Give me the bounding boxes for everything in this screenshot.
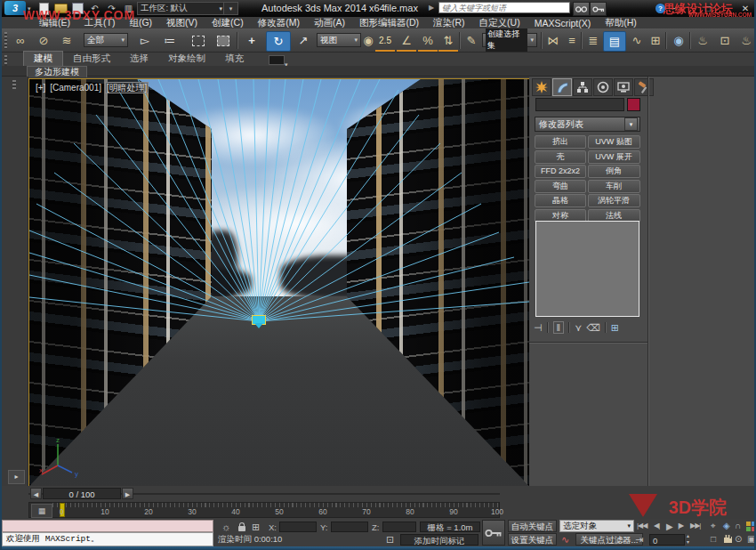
track-bar[interactable]: ▦ 0102030405060708090100 xyxy=(28,502,500,518)
spinner-down-icon[interactable]: ▾ xyxy=(687,539,689,545)
previous-frame-button[interactable]: ◀| xyxy=(654,522,659,530)
camera-viewport[interactable]: [+] [Camera001] [明暗处理] z x y xyxy=(28,78,530,487)
motion-tab[interactable] xyxy=(593,78,613,96)
object-color-swatch[interactable] xyxy=(627,98,640,111)
modifier-button[interactable]: UVW 贴图 xyxy=(588,135,640,149)
show-end-result-icon[interactable]: ‖ xyxy=(553,321,565,334)
zoom-extents-all-icon[interactable]: ◈ xyxy=(723,521,730,530)
search-button[interactable] xyxy=(573,2,590,16)
modifier-button[interactable]: 倒角 xyxy=(588,165,640,178)
utilities-tab[interactable] xyxy=(634,78,654,96)
set-key-button[interactable]: 设置关键点 xyxy=(508,533,557,546)
field-of-view-icon[interactable]: ∩ xyxy=(735,521,741,530)
add-time-tag[interactable]: 添加时间标记 xyxy=(400,534,479,546)
rendered-frame-window-icon[interactable]: ⊡ xyxy=(715,31,735,50)
save-file-button[interactable] xyxy=(71,3,84,14)
set-keys-button[interactable] xyxy=(482,520,505,546)
ribbon-tab[interactable]: 自由形式 xyxy=(63,52,120,66)
modifier-stack-list[interactable] xyxy=(535,221,639,317)
maxscript-mini-listener-macro[interactable] xyxy=(2,520,213,532)
spinner-snap-toggle-icon[interactable]: ⇅ xyxy=(438,31,458,52)
modifier-list-dropdown[interactable]: 修改器列表 ▾ xyxy=(535,117,640,132)
edit-named-selection-sets-icon[interactable]: ✎ xyxy=(462,31,481,50)
menu-item[interactable]: 图形编辑器(D) xyxy=(352,17,426,29)
modifier-button[interactable]: 晶格 xyxy=(535,194,586,207)
menu-item[interactable]: 动画(A) xyxy=(307,17,352,29)
next-frame-arrow[interactable]: ▶ xyxy=(122,488,133,499)
workspace-selector[interactable]: 工作区: 默认 ▾ xyxy=(137,2,226,15)
percent-snap-toggle-icon[interactable]: % xyxy=(418,31,438,52)
viewport-menu-shading[interactable]: [明暗处理] xyxy=(105,82,149,93)
object-name-field[interactable] xyxy=(535,98,624,111)
maximize-toggle-icon[interactable]: ▣ xyxy=(747,534,755,544)
modifier-button[interactable]: 挤出 xyxy=(535,135,586,149)
time-tag-icon[interactable]: ⊡ xyxy=(386,534,394,546)
current-frame-field[interactable]: 0 xyxy=(649,534,685,546)
workspace-flyout-button[interactable]: ▾ xyxy=(223,2,238,15)
create-tab[interactable] xyxy=(532,78,551,96)
polygon-modeling-subtab[interactable]: 多边形建模 xyxy=(27,66,87,77)
absolute-mode-icon[interactable]: ⊞ xyxy=(252,522,260,533)
go-to-end-button[interactable]: ▶▶| xyxy=(690,522,700,530)
viewport-menu-pov[interactable]: [Camera001] xyxy=(49,83,102,93)
z-coordinate-field[interactable] xyxy=(382,522,416,532)
render-production-icon[interactable]: ♨ xyxy=(736,31,756,50)
ribbon-tab[interactable]: 选择 xyxy=(120,52,158,66)
select-object-icon[interactable]: ▻ xyxy=(135,31,155,50)
set-project-folder-button[interactable]: ▥ xyxy=(122,3,135,14)
layout-bar-grip[interactable] xyxy=(12,80,16,89)
menu-item[interactable]: 渲染(R) xyxy=(426,17,472,29)
modifier-button[interactable]: 壳 xyxy=(535,150,586,164)
select-and-scale-icon[interactable]: ↗ xyxy=(294,31,313,50)
new-scene-button[interactable] xyxy=(37,3,51,14)
key-selection-set-dropdown[interactable]: 选定对象 ▾ xyxy=(559,520,634,532)
close-button[interactable]: ✕ xyxy=(735,3,756,14)
key-filters-button[interactable]: 关键点过滤器... xyxy=(575,533,643,546)
bind-to-space-warp-icon[interactable]: ≋ xyxy=(57,31,76,50)
y-coordinate-field[interactable] xyxy=(331,522,368,532)
configure-modifier-sets-icon[interactable]: ⊞ xyxy=(611,322,619,334)
modifier-button[interactable]: FFD 2x2x2 xyxy=(535,165,586,178)
application-menu-arrow-icon[interactable]: ▾ xyxy=(28,5,31,12)
select-and-rotate-icon[interactable]: ↻ xyxy=(266,31,291,52)
zoom-extents-icon[interactable]: ⌖ xyxy=(711,521,716,531)
schematic-view-icon[interactable]: ⊞ xyxy=(646,31,665,50)
time-slider-value[interactable]: 0 / 100 xyxy=(43,488,121,499)
redo-button[interactable]: ↷ xyxy=(105,3,118,14)
open-file-button[interactable] xyxy=(54,3,68,14)
modify-tab[interactable] xyxy=(552,78,572,96)
layout-tab-flyout-button[interactable]: ▸ xyxy=(8,470,25,484)
ribbon-tab[interactable]: 对象绘制 xyxy=(158,52,215,66)
hierarchy-tab[interactable] xyxy=(573,78,592,96)
ribbon-tab[interactable]: 填充 xyxy=(215,52,253,66)
menu-item[interactable]: 工具(T) xyxy=(77,17,122,29)
pan-hand-icon[interactable] xyxy=(722,533,732,546)
maximize-button[interactable]: □ xyxy=(697,3,719,14)
ribbon-tab[interactable]: 建模 xyxy=(23,51,63,66)
previous-frame-arrow[interactable]: ◀ xyxy=(30,488,42,499)
named-selection-sets-dropdown[interactable]: 创建选择集▾ xyxy=(482,33,537,47)
frame-spinner[interactable]: ▴ ▾ xyxy=(687,533,689,546)
menu-item[interactable]: 创建(C) xyxy=(205,17,251,29)
toolbar-grip[interactable] xyxy=(4,32,7,49)
select-and-link-icon[interactable]: ∞ xyxy=(11,31,30,50)
toggle-ribbon-icon[interactable]: ▤ xyxy=(603,31,626,52)
isolate-selection-icon[interactable]: ☼ xyxy=(221,522,230,532)
use-pivot-point-center-icon[interactable]: ◉ xyxy=(362,31,374,50)
align-icon[interactable]: ≡ xyxy=(562,31,582,50)
minimize-button[interactable]: ─ xyxy=(662,3,683,14)
maximize-viewport-toggle-icon[interactable] xyxy=(746,522,756,531)
make-unique-icon[interactable]: ⋎ xyxy=(575,322,582,334)
curve-editor-icon[interactable]: ∿ xyxy=(627,31,647,50)
selection-filter-dropdown[interactable]: 全部▾ xyxy=(84,33,128,47)
go-to-start-button[interactable]: |◀◀ xyxy=(637,522,647,530)
mini-curve-editor-icon[interactable]: ▦ xyxy=(31,504,52,518)
menu-item[interactable]: 组(G) xyxy=(122,17,159,29)
x-coordinate-field[interactable] xyxy=(279,522,317,532)
modifier-button[interactable]: 车削 xyxy=(588,180,640,193)
modifier-button[interactable]: 涡轮平滑 xyxy=(588,194,640,207)
play-animation-button[interactable]: ▶ xyxy=(666,522,672,531)
undo-button[interactable]: ↶ xyxy=(88,3,101,14)
modifier-button[interactable]: 弯曲 xyxy=(535,180,586,193)
angle-snap-toggle-icon[interactable]: ∠ xyxy=(397,31,416,52)
